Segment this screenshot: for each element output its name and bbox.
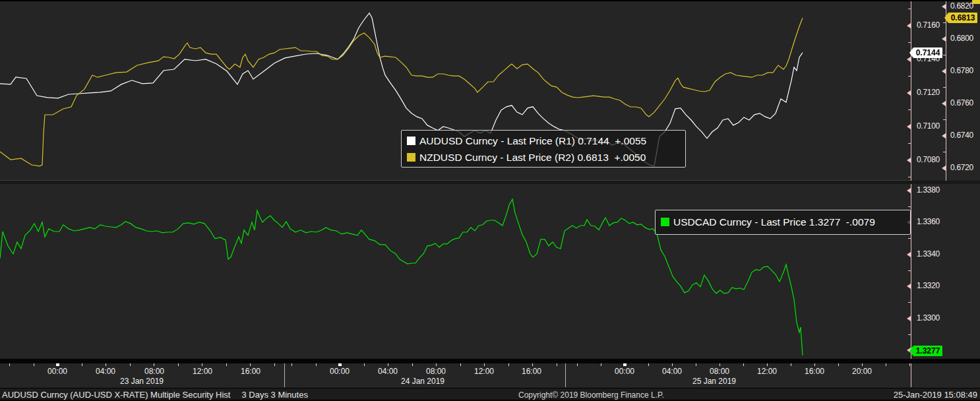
time-label: 08:00 [704, 367, 735, 376]
y-axis-tick [942, 133, 946, 139]
y-axis-tick [907, 188, 911, 193]
y-axis-tick [907, 158, 911, 163]
legend-row-nzdusd[interactable]: NZDUSD Curncy - Last Price (R2) 0.6813 +… [407, 149, 680, 166]
time-label: 08:00 [138, 367, 170, 376]
y-axis-line-r2 [946, 1, 946, 181]
price-tag-1.3277: 1.3277 [913, 346, 942, 356]
y-axis-minor-tick [908, 143, 911, 144]
y-axis-label: 0.7080 [917, 155, 940, 164]
time-label: 00:00 [324, 367, 355, 376]
time-axis[interactable]: 00:0004:0008:0012:0016:0023 Jan 201900:0… [0, 363, 980, 388]
midnight-marker [623, 363, 627, 366]
y-axis-minor-tick [908, 9, 911, 9]
x-axis-tick [601, 363, 601, 366]
y-axis-tick [942, 166, 946, 171]
x-axis-tick [202, 363, 202, 366]
y-axis-minor-tick [943, 87, 946, 88]
x-axis-tick [34, 363, 34, 366]
x-axis-tick [250, 363, 251, 366]
time-label: 04:00 [372, 367, 404, 376]
bloomberg-chart-window: 0.71600.71400.71200.71000.70800.68200.68… [0, 0, 980, 401]
status-bar: AUDUSD Curncy (AUD-USD X-RATE) Multiple … [0, 388, 980, 400]
legend-label-audusd: AUDUSD Curncy - Last Price (R1) 0.7144 +… [419, 135, 646, 147]
x-axis-tick [178, 363, 179, 366]
x-axis-tick [743, 363, 744, 366]
x-axis-tick [291, 363, 292, 366]
y-axis-minor-tick [908, 109, 911, 110]
legend-row-audusd[interactable]: AUDUSD Curncy - Last Price (R1) 0.7144 +… [407, 133, 680, 149]
midnight-marker [338, 363, 342, 366]
time-label: 12:00 [751, 367, 783, 376]
x-axis-tick [557, 363, 557, 366]
y-axis-label: 1.3360 [917, 217, 940, 226]
day-separator [284, 363, 285, 387]
legend-row-usdcad[interactable]: USDCAD Curncy - Last Price 1.3277 -.0079 [661, 212, 905, 231]
status-datetime: 25-Jan-2019 15:08:49 [894, 390, 977, 400]
y-axis-label: 0.6760 [950, 98, 973, 108]
x-axis-tick [862, 363, 863, 366]
status-security-title: AUDUSD Curncy (AUD-USD X-RATE) Multiple … [2, 390, 230, 400]
audusd-color-swatch [407, 137, 415, 145]
x-axis-tick [106, 363, 106, 366]
y-axis-label: 0.6720 [950, 163, 973, 172]
x-axis-tick [577, 363, 578, 366]
y-axis-minor-tick [943, 152, 946, 152]
time-label: 12:00 [468, 367, 500, 376]
y-axis-label: 0.7100 [917, 121, 940, 131]
time-label: 04:00 [656, 367, 688, 376]
y-axis-tick [942, 4, 946, 9]
price-tag-0.6813: 0.6813 [948, 13, 977, 23]
y-axis-tick [907, 316, 911, 321]
y-axis-tick [942, 69, 946, 74]
x-axis-tick [388, 363, 388, 366]
x-axis-tick [130, 363, 131, 366]
y-axis-tick [942, 101, 946, 106]
x-axis-tick [364, 363, 365, 366]
top-panel-price-axis[interactable]: 0.71600.71400.71200.71000.70800.68200.68… [911, 1, 980, 181]
x-axis-tick [672, 363, 673, 366]
x-axis-tick [648, 363, 649, 366]
price-tag-0.7144: 0.7144 [913, 47, 942, 58]
time-label: 16:00 [799, 367, 830, 376]
x-axis-tick [226, 363, 227, 366]
clipped-price-tag-fragment [972, 0, 980, 4]
bottom-panel-legend[interactable]: USDCAD Curncy - Last Price 1.3277 -.0079 [655, 210, 911, 235]
x-axis-tick [9, 363, 10, 366]
y-axis-tick [907, 284, 911, 289]
y-axis-minor-tick [908, 42, 911, 43]
status-range: 3 Days 3 Minutes [241, 390, 307, 400]
x-axis-tick [412, 363, 413, 366]
y-axis-line-r1 [911, 1, 911, 181]
time-label: 16:00 [235, 367, 266, 376]
legend-label-usdcad: USDCAD Curncy - Last Price 1.3277 -.0079 [673, 216, 875, 228]
y-axis-minor-tick [908, 270, 911, 271]
y-axis-label: 1.3340 [917, 249, 940, 259]
y-axis-minor-tick [943, 119, 946, 120]
axis-separator-band [0, 359, 980, 363]
top-panel-legend[interactable]: AUDUSD Curncy - Last Price (R1) 0.7144 +… [401, 130, 686, 168]
x-axis-tick [720, 363, 720, 366]
y-axis-label: 0.6780 [950, 66, 973, 75]
y-axis-label: 0.6800 [950, 34, 973, 43]
x-axis-tick [316, 363, 317, 366]
x-axis-tick [767, 363, 768, 366]
date-label: 25 Jan 2019 [681, 377, 747, 386]
x-axis-tick [791, 363, 791, 366]
y-axis-label: 0.7160 [917, 20, 940, 30]
time-label: 00:00 [609, 367, 640, 376]
time-label: 12:00 [187, 367, 218, 376]
x-axis-tick [154, 363, 154, 366]
bottom-panel-price-axis[interactable]: 1.33801.33601.33401.33201.33001.32801.32… [911, 184, 980, 359]
y-axis-tick [907, 23, 911, 28]
legend-label-nzdusd: NZDUSD Curncy - Last Price (R2) 0.6813 +… [419, 152, 646, 164]
y-axis-minor-tick [908, 177, 911, 177]
y-axis-label: 0.6740 [950, 131, 973, 140]
y-axis-minor-tick [908, 334, 911, 335]
day-separator [565, 363, 566, 387]
x-axis-tick [814, 363, 815, 366]
x-axis-tick [436, 363, 437, 366]
x-axis-tick [460, 363, 461, 366]
time-label: 16:00 [516, 367, 547, 376]
y-axis-minor-tick [943, 55, 946, 55]
y-axis-label: 1.3380 [917, 185, 940, 195]
